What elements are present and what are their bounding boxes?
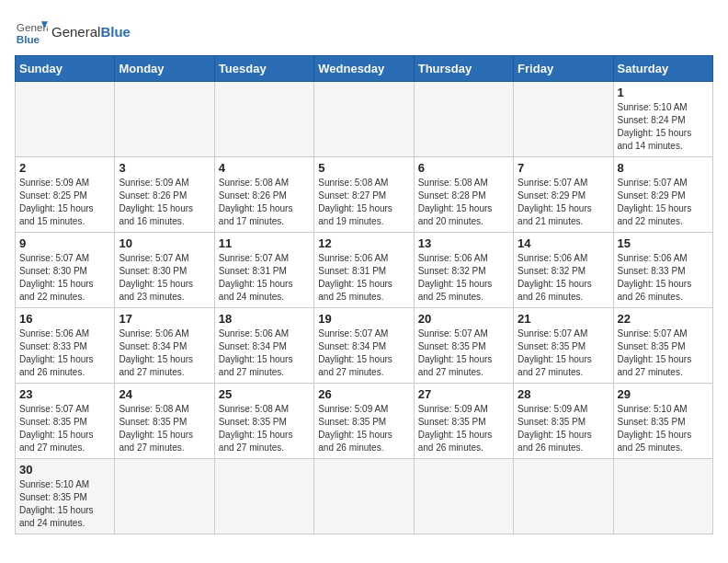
cell-info: Sunrise: 5:06 AM Sunset: 8:32 PM Dayligh… [418, 252, 509, 304]
calendar-cell: 22Sunrise: 5:07 AM Sunset: 8:35 PM Dayli… [613, 308, 712, 384]
calendar-cell: 12Sunrise: 5:06 AM Sunset: 8:31 PM Dayli… [314, 233, 414, 308]
day-header-tuesday: Tuesday [214, 56, 313, 82]
day-number: 30 [19, 463, 110, 477]
day-number: 20 [418, 312, 509, 326]
day-number: 23 [19, 387, 110, 401]
logo-icon: General Blue [15, 15, 48, 48]
day-number: 14 [518, 236, 609, 250]
day-number: 19 [318, 312, 409, 326]
calendar-cell [115, 459, 214, 534]
calendar-cell: 27Sunrise: 5:09 AM Sunset: 8:35 PM Dayli… [414, 384, 513, 459]
day-number: 8 [618, 161, 709, 175]
day-number: 11 [219, 236, 310, 250]
calendar-cell: 11Sunrise: 5:07 AM Sunset: 8:31 PM Dayli… [214, 233, 313, 308]
calendar-cell [414, 82, 513, 157]
day-number: 25 [219, 387, 310, 401]
day-number: 16 [19, 312, 110, 326]
cell-info: Sunrise: 5:07 AM Sunset: 8:35 PM Dayligh… [19, 403, 110, 454]
cell-info: Sunrise: 5:08 AM Sunset: 8:28 PM Dayligh… [418, 177, 509, 228]
calendar-week-row: 30Sunrise: 5:10 AM Sunset: 8:35 PM Dayli… [16, 459, 713, 534]
day-header-monday: Monday [115, 56, 214, 82]
cell-info: Sunrise: 5:07 AM Sunset: 8:35 PM Dayligh… [418, 327, 509, 379]
calendar-cell: 29Sunrise: 5:10 AM Sunset: 8:35 PM Dayli… [613, 384, 712, 459]
calendar-cell: 3Sunrise: 5:09 AM Sunset: 8:26 PM Daylig… [115, 157, 214, 233]
cell-info: Sunrise: 5:09 AM Sunset: 8:25 PM Dayligh… [19, 177, 110, 228]
day-header-saturday: Saturday [613, 56, 712, 82]
calendar-cell: 15Sunrise: 5:06 AM Sunset: 8:33 PM Dayli… [613, 233, 712, 308]
calendar-cell: 6Sunrise: 5:08 AM Sunset: 8:28 PM Daylig… [414, 157, 513, 233]
calendar-cell: 10Sunrise: 5:07 AM Sunset: 8:30 PM Dayli… [115, 233, 214, 308]
calendar-cell [16, 82, 115, 157]
cell-info: Sunrise: 5:08 AM Sunset: 8:35 PM Dayligh… [219, 403, 310, 454]
cell-info: Sunrise: 5:10 AM Sunset: 8:35 PM Dayligh… [19, 478, 110, 530]
day-number: 6 [418, 161, 509, 175]
day-number: 13 [418, 236, 509, 250]
cell-info: Sunrise: 5:07 AM Sunset: 8:29 PM Dayligh… [518, 177, 609, 228]
calendar-cell: 5Sunrise: 5:08 AM Sunset: 8:27 PM Daylig… [314, 157, 414, 233]
calendar-cell: 18Sunrise: 5:06 AM Sunset: 8:34 PM Dayli… [214, 308, 313, 384]
calendar-cell: 1Sunrise: 5:10 AM Sunset: 8:24 PM Daylig… [613, 82, 712, 157]
cell-info: Sunrise: 5:07 AM Sunset: 8:30 PM Dayligh… [19, 252, 110, 304]
day-number: 12 [318, 236, 409, 250]
calendar-header-row: SundayMondayTuesdayWednesdayThursdayFrid… [16, 56, 713, 82]
cell-info: Sunrise: 5:09 AM Sunset: 8:35 PM Dayligh… [518, 403, 609, 454]
day-header-thursday: Thursday [414, 56, 513, 82]
calendar-week-row: 1Sunrise: 5:10 AM Sunset: 8:24 PM Daylig… [16, 82, 713, 157]
day-number: 28 [518, 387, 609, 401]
calendar-cell: 13Sunrise: 5:06 AM Sunset: 8:32 PM Dayli… [414, 233, 513, 308]
day-number: 21 [518, 312, 609, 326]
calendar-cell [514, 82, 613, 157]
calendar-week-row: 23Sunrise: 5:07 AM Sunset: 8:35 PM Dayli… [16, 384, 713, 459]
calendar-cell: 9Sunrise: 5:07 AM Sunset: 8:30 PM Daylig… [16, 233, 115, 308]
calendar-cell: 24Sunrise: 5:08 AM Sunset: 8:35 PM Dayli… [115, 384, 214, 459]
calendar-cell: 26Sunrise: 5:09 AM Sunset: 8:35 PM Dayli… [314, 384, 414, 459]
calendar-cell [214, 459, 313, 534]
calendar-cell [514, 459, 613, 534]
calendar-cell: 19Sunrise: 5:07 AM Sunset: 8:34 PM Dayli… [314, 308, 414, 384]
header: General Blue GeneralBlue [15, 15, 713, 48]
calendar-cell [414, 459, 513, 534]
calendar-cell [314, 459, 414, 534]
cell-info: Sunrise: 5:08 AM Sunset: 8:35 PM Dayligh… [119, 403, 210, 454]
calendar-cell [214, 82, 313, 157]
day-number: 10 [119, 236, 210, 250]
calendar-cell [613, 459, 712, 534]
day-number: 29 [618, 387, 709, 401]
calendar-cell: 17Sunrise: 5:06 AM Sunset: 8:34 PM Dayli… [115, 308, 214, 384]
day-number: 24 [119, 387, 210, 401]
calendar-cell: 25Sunrise: 5:08 AM Sunset: 8:35 PM Dayli… [214, 384, 313, 459]
calendar-cell: 20Sunrise: 5:07 AM Sunset: 8:35 PM Dayli… [414, 308, 513, 384]
cell-info: Sunrise: 5:07 AM Sunset: 8:31 PM Dayligh… [219, 252, 310, 304]
day-number: 7 [518, 161, 609, 175]
calendar-cell: 28Sunrise: 5:09 AM Sunset: 8:35 PM Dayli… [514, 384, 613, 459]
day-number: 18 [219, 312, 310, 326]
calendar-cell: 7Sunrise: 5:07 AM Sunset: 8:29 PM Daylig… [514, 157, 613, 233]
cell-info: Sunrise: 5:06 AM Sunset: 8:32 PM Dayligh… [518, 252, 609, 304]
cell-info: Sunrise: 5:08 AM Sunset: 8:27 PM Dayligh… [318, 177, 409, 228]
calendar-cell: 14Sunrise: 5:06 AM Sunset: 8:32 PM Dayli… [514, 233, 613, 308]
calendar-cell [314, 82, 414, 157]
calendar-cell: 4Sunrise: 5:08 AM Sunset: 8:26 PM Daylig… [214, 157, 313, 233]
calendar-cell: 23Sunrise: 5:07 AM Sunset: 8:35 PM Dayli… [16, 384, 115, 459]
calendar-cell: 16Sunrise: 5:06 AM Sunset: 8:33 PM Dayli… [16, 308, 115, 384]
day-number: 4 [219, 161, 310, 175]
cell-info: Sunrise: 5:06 AM Sunset: 8:33 PM Dayligh… [618, 252, 709, 304]
day-number: 9 [19, 236, 110, 250]
cell-info: Sunrise: 5:09 AM Sunset: 8:35 PM Dayligh… [418, 403, 509, 454]
calendar: SundayMondayTuesdayWednesdayThursdayFrid… [15, 55, 713, 534]
day-number: 27 [418, 387, 509, 401]
cell-info: Sunrise: 5:06 AM Sunset: 8:34 PM Dayligh… [119, 327, 210, 379]
calendar-cell: 21Sunrise: 5:07 AM Sunset: 8:35 PM Dayli… [514, 308, 613, 384]
cell-info: Sunrise: 5:06 AM Sunset: 8:33 PM Dayligh… [19, 327, 110, 379]
logo: General Blue GeneralBlue [15, 15, 131, 48]
cell-info: Sunrise: 5:07 AM Sunset: 8:35 PM Dayligh… [518, 327, 609, 379]
cell-info: Sunrise: 5:10 AM Sunset: 8:35 PM Dayligh… [618, 403, 709, 454]
cell-info: Sunrise: 5:09 AM Sunset: 8:35 PM Dayligh… [318, 403, 409, 454]
cell-info: Sunrise: 5:07 AM Sunset: 8:30 PM Dayligh… [119, 252, 210, 304]
calendar-cell: 30Sunrise: 5:10 AM Sunset: 8:35 PM Dayli… [16, 459, 115, 534]
cell-info: Sunrise: 5:07 AM Sunset: 8:35 PM Dayligh… [618, 327, 709, 379]
calendar-cell: 8Sunrise: 5:07 AM Sunset: 8:29 PM Daylig… [613, 157, 712, 233]
day-number: 17 [119, 312, 210, 326]
day-number: 5 [318, 161, 409, 175]
day-number: 26 [318, 387, 409, 401]
